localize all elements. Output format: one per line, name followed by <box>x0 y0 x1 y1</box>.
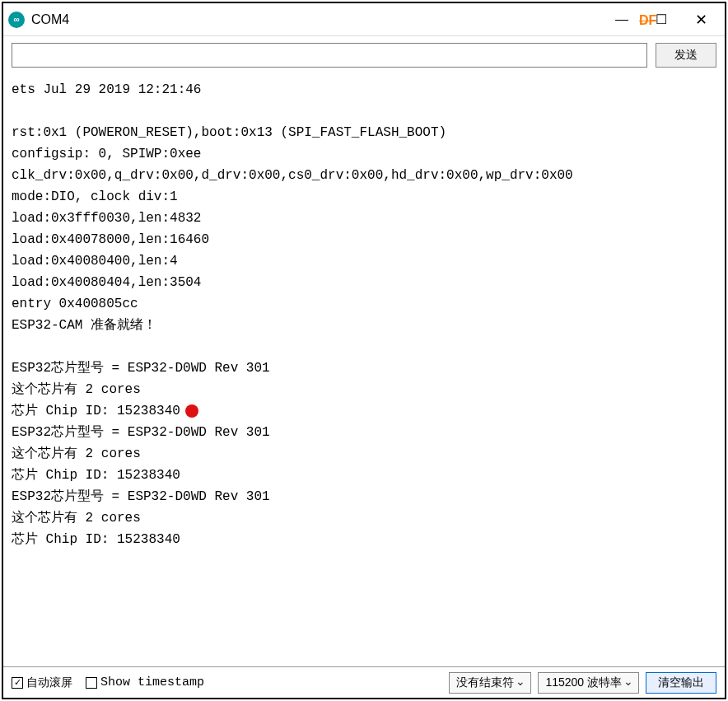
console-line-text: 芯片 Chip ID: 15238340 <box>12 532 180 547</box>
console-line: load:0x40080404,len:3504 <box>12 272 716 293</box>
console-line-text: ESP32芯片型号 = ESP32-D0WD Rev 301 <box>12 489 270 504</box>
titlebar: ∞ COM4 — ☐ ✕ <box>3 3 725 36</box>
console-line: 这个芯片有 2 cores <box>12 443 716 465</box>
console-line-text: 这个芯片有 2 cores <box>12 382 141 397</box>
console-line-text: configsip: 0, SPIWP:0xee <box>12 147 201 161</box>
console-line: 这个芯片有 2 cores <box>12 507 716 529</box>
console-line: configsip: 0, SPIWP:0xee <box>12 143 716 165</box>
console-line <box>12 336 716 358</box>
console-line: load:0x3fff0030,len:4832 <box>12 208 716 229</box>
console-line <box>12 100 716 122</box>
console-line-text: ESP32-CAM 准备就绪！ <box>12 318 156 333</box>
console-line: mode:DIO, clock div:1 <box>12 186 716 208</box>
console-line: clk_drv:0x00,q_drv:0x00,d_drv:0x00,cs0_d… <box>12 165 716 186</box>
console-line-text: ESP32芯片型号 = ESP32-D0WD Rev 301 <box>12 425 270 440</box>
window-title: COM4 <box>31 12 69 27</box>
console-line-text: rst:0x1 (POWERON_RESET),boot:0x13 (SPI_F… <box>12 125 446 140</box>
send-input[interactable] <box>12 43 647 68</box>
clear-output-button[interactable]: 清空输出 <box>646 672 716 694</box>
checkbox-icon <box>12 677 23 689</box>
console-line-text: 芯片 Chip ID: 15238340 <box>12 468 180 483</box>
close-button[interactable]: ✕ <box>682 7 720 33</box>
console-output: ets Jul 29 2019 12:21:46 rst:0x1 (POWERO… <box>3 74 725 666</box>
console-line: ets Jul 29 2019 12:21:46 <box>12 79 716 100</box>
autoscroll-label: 自动滚屏 <box>26 675 72 690</box>
console-line-text: load:0x40080404,len:3504 <box>12 275 201 290</box>
console-line-text: load:0x40078000,len:16460 <box>12 232 209 247</box>
console-line-text: load:0x3fff0030,len:4832 <box>12 211 201 226</box>
app-icon: ∞ <box>8 12 25 28</box>
console-line-text: ESP32芯片型号 = ESP32-D0WD Rev 301 <box>12 361 270 376</box>
line-ending-value: 没有结束符 <box>456 675 514 690</box>
status-bar: 自动滚屏 Show timestamp 没有结束符 115200 波特率 清空输… <box>3 666 725 698</box>
minimize-button[interactable]: — <box>603 7 641 33</box>
console-line: rst:0x1 (POWERON_RESET),boot:0x13 (SPI_F… <box>12 122 716 143</box>
send-row: 发送 <box>3 36 725 74</box>
console-line-text: entry 0x400805cc <box>12 297 138 311</box>
baud-rate-select[interactable]: 115200 波特率 <box>538 672 639 694</box>
console-line: ESP32芯片型号 = ESP32-D0WD Rev 301 <box>12 358 716 379</box>
console-line: load:0x40078000,len:16460 <box>12 229 716 250</box>
console-line: load:0x40080400,len:4 <box>12 250 716 272</box>
console-line-text: clk_drv:0x00,q_drv:0x00,d_drv:0x00,cs0_d… <box>12 168 573 183</box>
console-line-text: 这个芯片有 2 cores <box>12 511 141 526</box>
line-ending-select[interactable]: 没有结束符 <box>449 672 531 694</box>
console-line: ESP32-CAM 准备就绪！ <box>12 315 716 336</box>
console-line: ESP32芯片型号 = ESP32-D0WD Rev 301 <box>12 486 716 507</box>
console-line-text: 这个芯片有 2 cores <box>12 446 141 461</box>
checkbox-icon <box>86 677 97 689</box>
highlight-dot-icon <box>185 404 198 418</box>
serial-monitor-window: ∞ COM4 — ☐ ✕ DF 发送 ets Jul 29 2019 12:21… <box>2 2 726 699</box>
df-badge-icon: DF <box>639 13 656 28</box>
console-line: 芯片 Chip ID: 15238340 <box>12 400 716 422</box>
console-line-text: 芯片 Chip ID: 15238340 <box>12 404 180 418</box>
autoscroll-checkbox[interactable]: 自动滚屏 <box>12 675 72 690</box>
console-line: entry 0x400805cc <box>12 293 716 315</box>
send-button[interactable]: 发送 <box>656 43 716 68</box>
console-line: 芯片 Chip ID: 15238340 <box>12 465 716 486</box>
console-line-text: ets Jul 29 2019 12:21:46 <box>12 82 201 97</box>
console-line-text: load:0x40080400,len:4 <box>12 254 178 269</box>
console-line: 这个芯片有 2 cores <box>12 379 716 400</box>
show-timestamp-checkbox[interactable]: Show timestamp <box>86 675 204 689</box>
show-timestamp-label: Show timestamp <box>100 675 204 689</box>
console-line: ESP32芯片型号 = ESP32-D0WD Rev 301 <box>12 422 716 443</box>
console-line-text: mode:DIO, clock div:1 <box>12 189 178 204</box>
console-line: 芯片 Chip ID: 15238340 <box>12 529 716 550</box>
baud-rate-value: 115200 波特率 <box>545 675 622 690</box>
